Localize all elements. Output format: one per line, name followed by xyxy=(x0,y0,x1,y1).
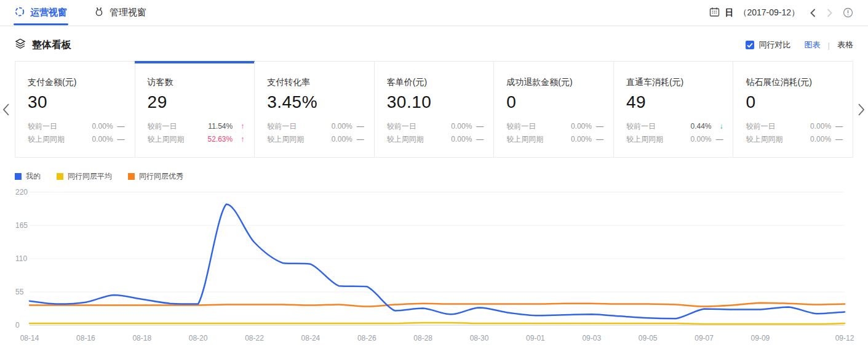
flask-icon xyxy=(94,7,104,18)
svg-text:08-28: 08-28 xyxy=(413,334,432,342)
compare-value: 0.00% xyxy=(562,133,592,146)
trend-indicator: — xyxy=(113,133,125,146)
kpi-compare-row: 较前一日 0.00% — xyxy=(506,120,603,133)
trend-indicator: — xyxy=(113,120,125,133)
compare-value: 0.00% xyxy=(562,120,592,133)
kpi-compare-row: 较前一日 0.00% — xyxy=(746,120,843,133)
date-granularity: 日 xyxy=(725,7,733,18)
svg-text:08-20: 08-20 xyxy=(189,334,208,342)
svg-text:08-18: 08-18 xyxy=(132,334,151,342)
kpi-compare-row: 较上周同期 0.00% — xyxy=(746,133,843,146)
compare-value: 0.00% xyxy=(442,133,472,146)
trend-indicator: — xyxy=(472,133,484,146)
compare-value: 0.00% xyxy=(322,120,352,133)
legend-swatch-peer-excellent xyxy=(128,173,135,180)
kpi-card-conversion-rate[interactable]: 支付转化率 3.45% 较前一日 0.00% — 较上周同期 0.00% — xyxy=(254,62,374,157)
trend-indicator: — xyxy=(831,120,843,133)
trend-indicator: — xyxy=(831,133,843,146)
cards-scroll-left-icon[interactable] xyxy=(2,103,10,116)
kpi-compare-row: 较前一日 11.54% ↑ xyxy=(148,120,245,133)
legend-label: 同行同层优秀 xyxy=(139,171,183,182)
kpi-card-avg-order-value[interactable]: 客单价(元) 30.10 较前一日 0.00% — 较上周同期 0.00% — xyxy=(374,62,494,157)
kpi-value: 30 xyxy=(28,92,125,112)
kpi-compare-row: 较上周同期 0.00% — xyxy=(28,133,125,146)
kpi-card-diamond-spend[interactable]: 钻石展位消耗(元) 0 较前一日 0.00% — 较上周同期 0.00% — xyxy=(733,62,853,157)
legend-item-peer-average[interactable]: 同行同层平均 xyxy=(57,171,112,182)
kpi-title: 支付金额(元) xyxy=(28,77,125,88)
view-table-link[interactable]: 表格 xyxy=(837,39,853,51)
tab-management-window[interactable]: 管理视窗 xyxy=(94,0,146,25)
compare-label: 较上周同期 xyxy=(746,133,800,146)
date-picker[interactable]: 日 （2017-09-12） xyxy=(709,7,800,19)
trend-indicator: — xyxy=(352,120,364,133)
legend-label: 同行同层平均 xyxy=(68,171,112,182)
svg-text:08-26: 08-26 xyxy=(357,334,376,342)
section-title: 整体看板 xyxy=(32,39,71,52)
svg-text:09-03: 09-03 xyxy=(582,334,601,342)
date-value: （2017-09-12） xyxy=(738,7,800,18)
kpi-compare-row: 较前一日 0.00% — xyxy=(387,120,484,133)
compare-value: 0.00% xyxy=(322,133,352,146)
section-title-group: 整体看板 xyxy=(15,38,71,52)
kpi-title: 直通车消耗(元) xyxy=(626,77,723,88)
dashed-circle-icon xyxy=(15,7,25,18)
compare-value: 52.63% xyxy=(202,133,233,146)
trend-line-chart[interactable]: 05511016522008-1408-1608-1808-2008-2208-… xyxy=(0,183,868,348)
compare-label: 较前一日 xyxy=(387,120,442,133)
info-icon[interactable] xyxy=(843,7,853,18)
compare-value: 0.00% xyxy=(442,120,472,133)
kpi-cards-strip: 支付金额(元) 30 较前一日 0.00% — 较上周同期 0.00% — 访客… xyxy=(15,61,853,158)
compare-label: 较前一日 xyxy=(28,120,82,133)
svg-text:110: 110 xyxy=(15,254,27,263)
compare-value: 0.44% xyxy=(681,120,711,133)
trend-up-icon: ↑ xyxy=(233,120,244,133)
svg-text:0: 0 xyxy=(15,321,20,330)
chart-legend: 我的 同行同层平均 同行同层优秀 xyxy=(15,171,853,182)
legend-label: 我的 xyxy=(26,171,41,182)
peer-compare-label: 同行对比 xyxy=(759,39,791,51)
compare-label: 较上周同期 xyxy=(387,133,442,146)
svg-text:09-01: 09-01 xyxy=(526,334,545,342)
svg-text:09-12: 09-12 xyxy=(835,334,854,342)
svg-text:08-16: 08-16 xyxy=(76,334,95,342)
kpi-value: 0 xyxy=(746,92,843,112)
trend-indicator: — xyxy=(472,120,484,133)
kpi-compare-row: 较前一日 0.44% ↓ xyxy=(626,120,723,133)
kpi-compare-row: 较前一日 0.00% — xyxy=(28,120,125,133)
kpi-compare-row: 较上周同期 52.63% ↑ xyxy=(148,133,245,146)
kpi-card-payment-amount[interactable]: 支付金额(元) 30 较前一日 0.00% — 较上周同期 0.00% — xyxy=(15,62,135,157)
kpi-value: 30.10 xyxy=(387,92,484,112)
trend-up-icon: ↑ xyxy=(233,133,244,146)
prev-day-button[interactable] xyxy=(810,8,816,18)
kpi-title: 支付转化率 xyxy=(267,77,364,88)
peer-compare-checkbox[interactable] xyxy=(746,41,754,49)
svg-text:165: 165 xyxy=(15,221,28,230)
svg-text:08-24: 08-24 xyxy=(301,334,321,342)
svg-text:09-07: 09-07 xyxy=(695,334,714,342)
kpi-compare-row: 较上周同期 0.00% — xyxy=(387,133,484,146)
view-chart-link[interactable]: 图表 xyxy=(805,39,821,51)
kpi-card-visitors[interactable]: 访客数 29 较前一日 11.54% ↑ 较上周同期 52.63% ↑ xyxy=(135,62,255,157)
kpi-card-refund-amount[interactable]: 成功退款金额(元) 0 较前一日 0.00% — 较上周同期 0.00% — xyxy=(493,62,613,157)
compare-label: 较上周同期 xyxy=(506,133,561,146)
svg-text:09-05: 09-05 xyxy=(639,334,658,342)
kpi-compare-row: 较上周同期 0.00% — xyxy=(267,133,364,146)
legend-item-peer-excellent[interactable]: 同行同层优秀 xyxy=(128,171,183,182)
legend-item-mine[interactable]: 我的 xyxy=(15,171,41,182)
compare-label: 较上周同期 xyxy=(267,133,322,146)
next-day-button[interactable] xyxy=(826,8,833,18)
compare-label: 较前一日 xyxy=(148,120,202,133)
kpi-value: 49 xyxy=(626,92,723,112)
compare-value: 11.54% xyxy=(202,120,233,133)
kpi-card-ztc-spend[interactable]: 直通车消耗(元) 49 较前一日 0.44% ↓ 较上周同期 0.00% — xyxy=(613,62,733,157)
svg-text:220: 220 xyxy=(15,188,28,196)
tab-label: 运营视窗 xyxy=(30,7,67,18)
kpi-cards-row: 支付金额(元) 30 较前一日 0.00% — 较上周同期 0.00% — 访客… xyxy=(15,61,853,158)
svg-text:08-22: 08-22 xyxy=(245,334,264,342)
kpi-value: 3.45% xyxy=(267,92,364,112)
compare-label: 较上周同期 xyxy=(28,133,82,146)
cards-scroll-right-icon[interactable] xyxy=(858,103,865,116)
svg-text:08-14: 08-14 xyxy=(20,334,39,342)
tab-operation-window[interactable]: 运营视窗 xyxy=(15,0,67,25)
svg-text:55: 55 xyxy=(15,288,24,296)
